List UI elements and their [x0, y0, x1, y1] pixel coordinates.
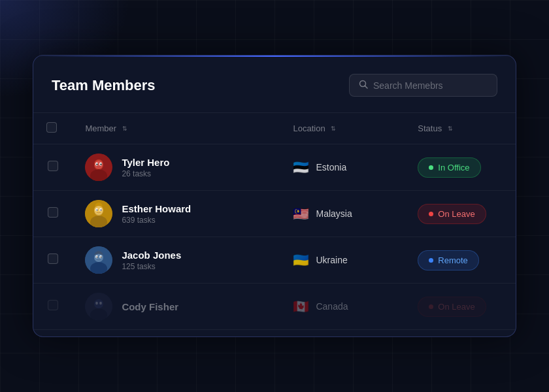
- svg-point-28: [96, 302, 99, 304]
- row-checkbox[interactable]: [48, 161, 58, 171]
- th-checkbox: [33, 113, 72, 144]
- status-dot: [429, 258, 433, 263]
- card-fade: [33, 330, 516, 336]
- flag-icon: 🇲🇾: [293, 206, 309, 221]
- member-cell: Jacob Jones 125 tasks: [72, 237, 280, 284]
- status-label: In Office: [438, 163, 469, 172]
- page-title: Team Members: [52, 77, 156, 94]
- row-checkbox-cell: [33, 191, 72, 237]
- member-info: Esther Howard 639 tasks: [122, 203, 191, 225]
- svg-point-27: [94, 299, 103, 308]
- member-info: Jacob Jones 125 tasks: [122, 250, 181, 271]
- th-member[interactable]: Member ⇅: [72, 113, 280, 144]
- status-cell: In Office: [405, 144, 516, 191]
- search-input[interactable]: [373, 80, 488, 91]
- status-label: On Leave: [438, 302, 474, 312]
- team-members-card: Team Members Member ⇅ L: [33, 55, 516, 337]
- row-checkbox[interactable]: [48, 253, 58, 264]
- status-label: On Leave: [438, 209, 474, 219]
- svg-point-17: [101, 209, 102, 210]
- row-checkbox-cell: [33, 237, 72, 284]
- member-cell: Cody Fisher: [72, 284, 280, 330]
- status-sort-icon[interactable]: ⇅: [448, 127, 453, 131]
- status-badge: On Leave: [418, 204, 486, 224]
- svg-point-29: [100, 302, 103, 304]
- header-checkbox[interactable]: [46, 122, 57, 133]
- search-icon: [359, 80, 368, 91]
- row-checkbox[interactable]: [48, 300, 58, 310]
- status-dot: [429, 304, 433, 309]
- member-name: Jacob Jones: [122, 250, 181, 261]
- th-status[interactable]: Status ⇅: [405, 113, 516, 144]
- table-header-row: Member ⇅ Location ⇅ Status ⇅: [33, 113, 516, 144]
- flag-icon: 🇺🇦: [293, 252, 309, 268]
- svg-point-24: [101, 256, 102, 257]
- status-badge: In Office: [418, 157, 480, 178]
- th-location[interactable]: Location ⇅: [280, 113, 405, 144]
- status-badge: On Leave: [418, 297, 486, 317]
- location-sort-icon[interactable]: ⇅: [331, 127, 336, 131]
- table-row[interactable]: Tyler Hero 26 tasks 🇪🇪 Estonia In Office: [33, 144, 516, 191]
- member-tasks: 125 tasks: [122, 262, 181, 271]
- row-checkbox[interactable]: [48, 207, 58, 218]
- member-cell: Esther Howard 639 tasks: [72, 191, 280, 237]
- location-cell: 🇲🇾 Malaysia: [280, 191, 405, 237]
- member-name: Esther Howard: [122, 203, 191, 214]
- member-name: Tyler Hero: [122, 157, 169, 168]
- member-tasks: 26 tasks: [122, 169, 169, 178]
- member-info: Cody Fisher: [122, 301, 178, 312]
- svg-point-9: [101, 163, 102, 165]
- location-cell: 🇨🇦 Canada: [280, 284, 405, 330]
- svg-point-23: [97, 256, 98, 257]
- status-cell: On Leave: [405, 191, 516, 237]
- status-cell: On Leave: [405, 284, 516, 330]
- members-table: Member ⇅ Location ⇅ Status ⇅: [33, 112, 516, 330]
- avatar: [85, 154, 112, 181]
- status-dot: [429, 165, 433, 170]
- svg-point-8: [97, 163, 98, 165]
- search-box[interactable]: [349, 74, 497, 97]
- table-row[interactable]: Jacob Jones 125 tasks 🇺🇦 Ukraine Remote: [33, 237, 516, 284]
- location-name: Ukraine: [316, 255, 347, 265]
- status-dot: [429, 212, 433, 216]
- table-row[interactable]: Cody Fisher 🇨🇦 Canada On Leave: [33, 284, 516, 330]
- svg-line-1: [365, 86, 368, 89]
- member-info: Tyler Hero 26 tasks: [122, 157, 169, 178]
- card-header: Team Members: [33, 74, 516, 112]
- svg-point-16: [97, 209, 98, 210]
- location-name: Estonia: [316, 162, 346, 172]
- table-row[interactable]: Esther Howard 639 tasks 🇲🇾 Malaysia On L…: [33, 191, 516, 237]
- status-cell: Remote: [405, 237, 516, 284]
- row-checkbox-cell: [33, 144, 72, 191]
- member-sort-icon[interactable]: ⇅: [122, 127, 127, 131]
- location-cell: 🇪🇪 Estonia: [280, 144, 405, 191]
- member-name: Cody Fisher: [122, 301, 178, 312]
- avatar: [85, 200, 112, 227]
- flag-icon: 🇨🇦: [293, 299, 309, 314]
- row-checkbox-cell: [33, 284, 72, 330]
- status-label: Remote: [438, 255, 468, 265]
- status-badge: Remote: [418, 250, 479, 270]
- avatar: [85, 246, 112, 274]
- location-name: Canada: [316, 301, 348, 312]
- member-cell: Tyler Hero 26 tasks: [72, 144, 280, 191]
- avatar: [85, 293, 112, 320]
- location-cell: 🇺🇦 Ukraine: [280, 237, 405, 284]
- flag-icon: 🇪🇪: [293, 159, 309, 175]
- location-name: Malaysia: [316, 208, 352, 219]
- member-tasks: 639 tasks: [122, 216, 191, 225]
